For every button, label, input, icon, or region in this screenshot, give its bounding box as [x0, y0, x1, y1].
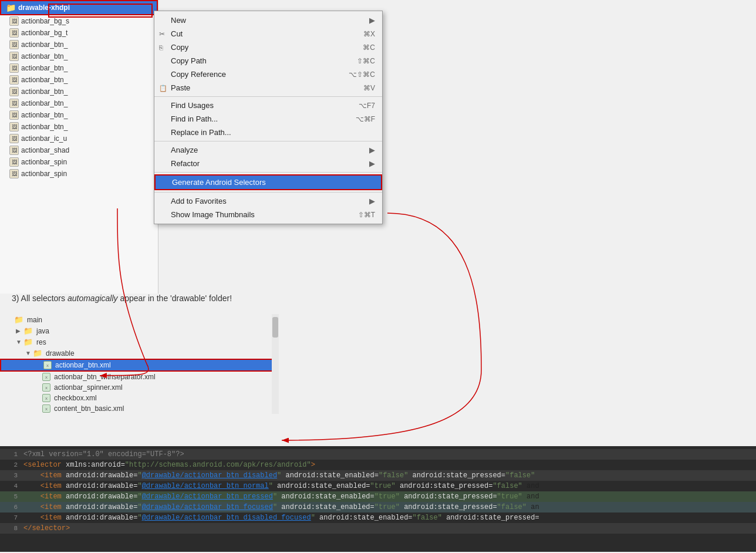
menu-item-copy-reference[interactable]: Copy Reference⌥⇧⌘C	[154, 68, 382, 81]
file-icon: 🖼	[9, 134, 19, 143]
file-icon: 🖼	[9, 157, 19, 167]
menu-item-replace-in-path[interactable]: Replace in Path...	[154, 126, 382, 139]
menu-item-analyze[interactable]: Analyze▶	[154, 143, 382, 157]
code-line-2: 2<selector xmlns:android="http://schemas…	[0, 460, 756, 470]
menu-item-copy-path[interactable]: Copy Path⇧⌘C	[154, 54, 382, 68]
line-content: </selector>	[23, 524, 756, 532]
menu-item-label: New	[171, 16, 369, 25]
file-tree-item[interactable]: 🖼actionbar_btn_	[0, 50, 158, 62]
xml-file-icon: x	[42, 373, 50, 381]
file-tree-item[interactable]: 🖼actionbar_spin	[0, 168, 158, 180]
bottom-tree-row[interactable]: 📁main	[0, 314, 279, 325]
menu-item-label: Find in Path...	[171, 114, 344, 123]
bottom-tree-row[interactable]: ▶📁java	[0, 325, 279, 336]
step-prefix: 3) All selectors	[12, 294, 68, 303]
file-icon: 🖼	[9, 87, 19, 96]
line-content: <item android:drawable="@drawable/action…	[23, 503, 756, 511]
line-content: <?xml version="1.0" encoding="UTF-8"?>	[23, 450, 756, 458]
tree-toggle[interactable]: ▼	[25, 350, 31, 356]
file-icon: 🖼	[9, 146, 19, 155]
menu-item-label: Show Image Thumbnails	[171, 210, 346, 219]
menu-item-paste[interactable]: 📋Paste⌘V	[154, 81, 382, 95]
code-panel: 1<?xml version="1.0" encoding="UTF-8"?>2…	[0, 446, 756, 552]
menu-item-generate[interactable]: Generate Android Selectors	[154, 174, 382, 190]
step-suffix: appear in the 'drawable' folder!	[118, 294, 232, 303]
line-content: <item android:drawable="@drawable/action…	[23, 493, 756, 501]
tree-item-label: actionbar_spinner.xml	[54, 383, 123, 392]
shortcut-label: ⌥⇧⌘C	[349, 70, 375, 79]
scroll-thumb[interactable]	[272, 317, 278, 338]
file-tree-item[interactable]: 🖼actionbar_btn_	[0, 62, 158, 74]
menu-item-find-in-path[interactable]: Find in Path...⌥⌘F	[154, 112, 382, 126]
folder-icon: 📁	[6, 3, 16, 12]
file-tree-item[interactable]: 🖼actionbar_spin	[0, 156, 158, 168]
code-line-4: 4 <item android:drawable="@drawable/acti…	[0, 481, 756, 491]
submenu-arrow: ▶	[369, 159, 375, 168]
xml-file-icon: x	[42, 394, 50, 402]
menu-separator	[154, 141, 382, 141]
file-tree-items: 🖼actionbar_bg_s🖼actionbar_bg_t🖼actionbar…	[0, 15, 158, 180]
tree-item-label: main	[27, 316, 42, 324]
bottom-tree-row[interactable]: xcontent_btn_basic.xml	[0, 403, 279, 414]
line-content: <selector xmlns:android="http://schemas.…	[23, 461, 756, 469]
menu-item-thumbnails[interactable]: Show Image Thumbnails⇧⌘T	[154, 208, 382, 221]
file-tree-item[interactable]: 🖼actionbar_btn_	[0, 121, 158, 133]
file-tree-item[interactable]: 🖼actionbar_ic_u	[0, 133, 158, 144]
folder-icon-sm: 📁	[23, 326, 33, 335]
bottom-tree-row[interactable]: ▼📁res	[0, 336, 279, 348]
menu-item-refactor[interactable]: Refactor▶	[154, 157, 382, 170]
menu-separator	[154, 96, 382, 97]
context-menu[interactable]: New▶✂Cut⌘X⎘Copy⌘CCopy Path⇧⌘CCopy Refere…	[154, 11, 383, 224]
step-section: 3) All selectors automagically appear in…	[0, 288, 756, 316]
file-tree-item[interactable]: 🖼actionbar_btn_	[0, 39, 158, 50]
menu-item-label: Refactor	[171, 159, 369, 168]
step-text: 3) All selectors automagically appear in…	[12, 294, 744, 303]
file-tree-item[interactable]: 🖼actionbar_shad	[0, 144, 158, 156]
scrollbar[interactable]	[272, 314, 279, 414]
shortcut-label: ⌘C	[363, 43, 375, 52]
shortcut-label: ⌥F7	[359, 102, 375, 110]
tree-item-label: checkbox.xml	[54, 394, 97, 402]
file-tree-item[interactable]: 🖼actionbar_btn_	[0, 109, 158, 121]
tree-toggle[interactable]: ▶	[16, 328, 22, 334]
line-number: 7	[0, 514, 23, 521]
bottom-tree-row[interactable]: ▼📁drawable	[0, 348, 279, 359]
file-icon: 🖼	[9, 40, 19, 49]
menu-item-label: Cut	[171, 29, 352, 38]
file-tree-header-label: drawable-xhdpi	[18, 4, 70, 12]
menu-separator	[154, 172, 382, 173]
menu-item-copy[interactable]: ⎘Copy⌘C	[154, 41, 382, 54]
code-lines-container: 1<?xml version="1.0" encoding="UTF-8"?>2…	[0, 449, 756, 534]
shortcut-label: ⇧⌘T	[358, 211, 375, 219]
shortcut-label: ⇧⌘C	[357, 57, 375, 65]
bottom-tree-items: 📁main▶📁java▼📁res▼📁drawable xactionbar_bt…	[0, 314, 279, 414]
menu-item-favorites[interactable]: Add to Favorites▶	[154, 194, 382, 208]
tree-item-label: content_btn_basic.xml	[54, 404, 124, 413]
xml-file-icon: x	[43, 361, 52, 369]
bottom-tree-row[interactable]: xcheckbox.xml	[0, 393, 279, 403]
menu-item-label: Add to Favorites	[171, 197, 369, 205]
tree-toggle[interactable]: ▼	[16, 339, 22, 345]
menu-item-label: Copy	[171, 43, 351, 52]
file-tree-item[interactable]: 🖼actionbar_btn_	[0, 97, 158, 109]
file-tree-item[interactable]: 🖼actionbar_bg_s	[0, 15, 158, 27]
bottom-tree-row[interactable]: xactionbar_spinner.xml	[0, 382, 279, 393]
file-icon: 🖼	[9, 122, 19, 131]
file-tree-item[interactable]: 🖼actionbar_btn_	[0, 74, 158, 86]
bottom-tree-row[interactable]: xactionbar_btn.xml	[0, 359, 279, 372]
folder-icon-sm: 📁	[14, 315, 23, 324]
file-tree-item[interactable]: 🖼actionbar_bg_t	[0, 27, 158, 39]
tree-item-label: actionbar_btn_withseparator.xml	[54, 373, 156, 381]
menu-item-new[interactable]: New▶	[154, 14, 382, 27]
menu-item-label: Generate Android Selectors	[172, 178, 374, 187]
file-icon: 🖼	[9, 16, 19, 26]
line-content: <item android:drawable="@drawable/action…	[23, 482, 756, 490]
menu-item-label: Copy Path	[171, 56, 345, 65]
menu-item-find-usages[interactable]: Find Usages⌥F7	[154, 99, 382, 112]
submenu-arrow: ▶	[369, 146, 375, 154]
line-number: 4	[0, 483, 23, 490]
file-tree-item[interactable]: 🖼actionbar_btn_	[0, 86, 158, 97]
bottom-tree-row[interactable]: xactionbar_btn_withseparator.xml	[0, 372, 279, 382]
code-line-7: 7 <item android:drawable="@drawable/acti…	[0, 512, 756, 523]
menu-item-cut[interactable]: ✂Cut⌘X	[154, 27, 382, 41]
